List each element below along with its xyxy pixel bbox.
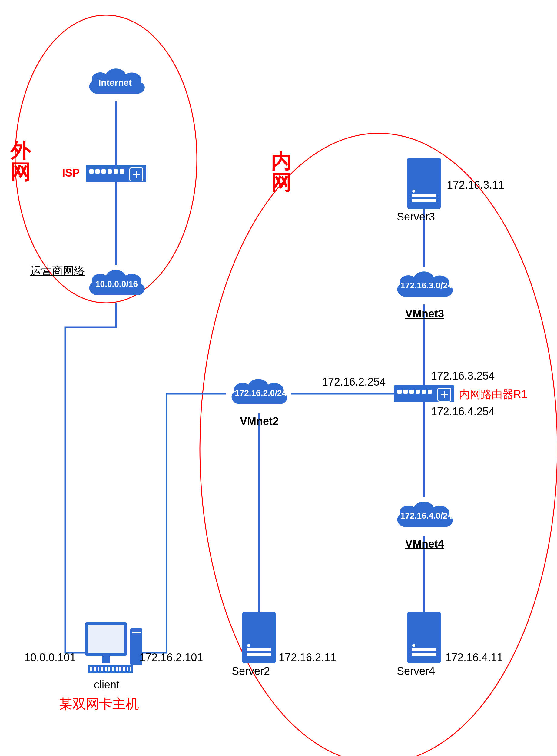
server4-icon <box>407 612 441 663</box>
router-r1-ip-vmnet4: 172.16.4.254 <box>431 405 495 418</box>
vmnet4-subnet: 172.16.4.0/24 <box>401 511 452 521</box>
client-ip-external: 10.0.0.101 <box>24 651 76 664</box>
router-r1-ip-vmnet3: 172.16.3.254 <box>431 370 495 382</box>
server3-label: Server3 <box>397 210 435 223</box>
network-diagram: 外 网 内 网 Internet ISP 运营商网络 10.0.0.0/16 1… <box>0 0 557 756</box>
external-zone-label: 外 网 <box>10 139 31 183</box>
carrier-network-label: 运营商网络 <box>30 263 85 278</box>
server4-label: Server4 <box>397 665 435 677</box>
server3-ip: 172.16.3.11 <box>447 179 504 192</box>
vmnet4-label: VMnet4 <box>405 537 444 550</box>
router-r1-icon <box>394 385 454 402</box>
isp-router-icon <box>86 165 146 182</box>
internal-zone-label: 内 网 <box>271 150 292 193</box>
client-pc-icon <box>85 622 142 677</box>
svg-point-0 <box>15 15 197 303</box>
router-r1-label: 内网路由器R1 <box>459 387 527 402</box>
server3-icon <box>407 157 441 209</box>
server2-label: Server2 <box>232 665 270 677</box>
router-r1-ip-vmnet2: 172.16.2.254 <box>322 376 386 388</box>
vmnet3-subnet: 172.16.3.0/24 <box>401 281 452 290</box>
vmnet2-label: VMnet2 <box>240 415 278 428</box>
server2-icon <box>242 612 275 663</box>
carrier-subnet: 10.0.0.0/16 <box>95 279 138 289</box>
client-ip-internal: 172.16.2.101 <box>139 651 203 664</box>
client-label: client <box>94 678 119 691</box>
dual-nic-footer: 某双网卡主机 <box>59 695 139 713</box>
internet-label: Internet <box>98 78 132 88</box>
vmnet3-label: VMnet3 <box>405 308 444 320</box>
server2-ip: 172.16.2.11 <box>278 651 336 664</box>
server4-ip: 172.16.4.11 <box>445 651 503 664</box>
isp-label: ISP <box>62 167 80 179</box>
vmnet2-subnet: 172.16.2.0/24 <box>235 388 287 398</box>
